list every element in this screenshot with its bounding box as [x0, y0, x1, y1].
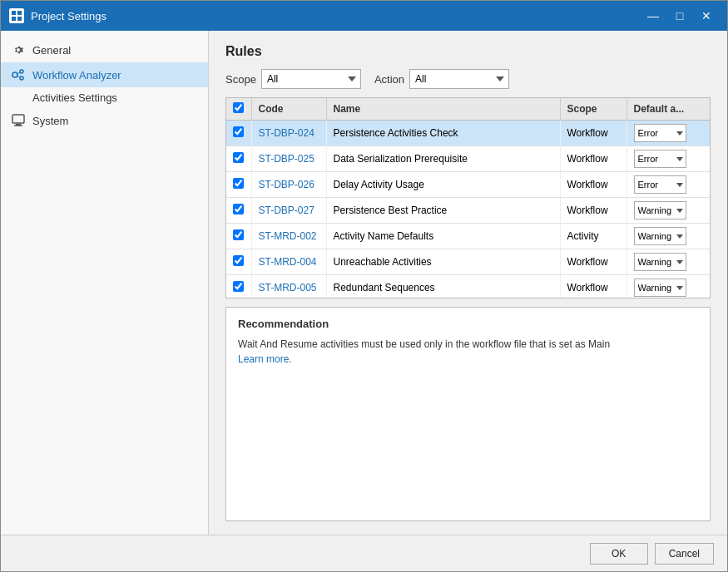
- rules-table-body: ST-DBP-024Persistence Activities CheckWo…: [226, 121, 710, 298]
- row-action-cell: ErrorWarningInfo: [626, 172, 710, 198]
- row-action-select[interactable]: ErrorWarningInfo: [634, 227, 686, 245]
- table-row: ST-MRD-004Unreachable ActivitiesWorkflow…: [226, 249, 710, 275]
- window-title: Project Settings: [31, 10, 641, 22]
- header-checkbox-cell: [226, 98, 251, 121]
- svg-point-5: [20, 70, 23, 73]
- row-action-cell: ErrorWarningInfo: [626, 224, 710, 249]
- row-action-select[interactable]: ErrorWarningInfo: [634, 279, 686, 297]
- row-name: Activity Name Defaults: [326, 224, 560, 249]
- row-scope: Workflow: [560, 121, 626, 146]
- action-label: Action: [374, 73, 404, 86]
- row-checkbox[interactable]: [233, 152, 244, 163]
- close-button[interactable]: ✕: [694, 6, 719, 26]
- row-code[interactable]: ST-DBP-027: [251, 198, 326, 224]
- row-scope: Workflow: [560, 275, 626, 298]
- svg-rect-3: [17, 17, 22, 21]
- row-action-cell: ErrorWarningInfo: [626, 275, 710, 298]
- row-checkbox[interactable]: [233, 204, 244, 214]
- sidebar-item-general[interactable]: General: [1, 37, 208, 62]
- row-name: Unreachable Activities: [326, 249, 560, 275]
- row-code[interactable]: ST-MRD-002: [251, 224, 326, 249]
- row-code[interactable]: ST-MRD-005: [251, 275, 326, 298]
- row-scope: Workflow: [560, 198, 626, 224]
- table-row: ST-DBP-025Data Serialization Prerequisit…: [226, 146, 710, 172]
- title-bar: Project Settings — □ ✕: [1, 1, 727, 31]
- row-checkbox[interactable]: [233, 281, 244, 292]
- row-checkbox-cell: [226, 146, 251, 172]
- content-area: Rules Scope All Workflow Activity Action…: [209, 31, 727, 535]
- table-header-row: Code Name Scope Default a...: [226, 98, 710, 121]
- project-settings-window: Project Settings — □ ✕ General: [0, 0, 728, 572]
- cancel-button[interactable]: Cancel: [655, 543, 714, 565]
- action-select[interactable]: All Error Warning Info: [409, 69, 509, 89]
- row-code[interactable]: ST-DBP-026: [251, 172, 326, 198]
- system-icon: [11, 113, 26, 128]
- row-code[interactable]: ST-DBP-024: [251, 121, 326, 146]
- row-action-select[interactable]: ErrorWarningInfo: [634, 175, 686, 194]
- svg-point-6: [20, 76, 23, 80]
- row-name: Delay Activity Usage: [326, 172, 560, 198]
- svg-point-4: [12, 72, 17, 77]
- recommendation-link[interactable]: Learn more.: [238, 353, 292, 365]
- row-checkbox-cell: [226, 172, 251, 198]
- ok-button[interactable]: OK: [590, 543, 648, 565]
- row-scope: Workflow: [560, 249, 626, 275]
- sidebar: General Workflow Analyzer Activities: [1, 31, 209, 535]
- row-action-select[interactable]: ErrorWarningInfo: [634, 253, 686, 271]
- row-action-cell: ErrorWarningInfo: [626, 249, 710, 275]
- sidebar-item-activities-settings[interactable]: Activities Settings: [1, 87, 208, 108]
- row-action-select[interactable]: ErrorWarningInfo: [634, 150, 686, 168]
- header-checkbox[interactable]: [233, 102, 244, 113]
- row-checkbox[interactable]: [233, 255, 244, 266]
- row-checkbox-cell: [226, 121, 251, 146]
- workflow-icon: [11, 67, 26, 82]
- action-filter-group: Action All Error Warning Info: [374, 69, 509, 89]
- row-code[interactable]: ST-DBP-025: [251, 146, 326, 172]
- header-code: Code: [251, 98, 326, 121]
- scope-filter-group: Scope All Workflow Activity: [225, 69, 361, 89]
- gear-icon: [11, 42, 26, 57]
- row-scope: Workflow: [560, 172, 626, 198]
- recommendation-body: Wait And Resume activities must be used …: [238, 338, 610, 350]
- recommendation-box: Recommendation Wait And Resume activitie…: [225, 307, 711, 521]
- sidebar-system-label: System: [32, 115, 68, 127]
- scope-select[interactable]: All Workflow Activity: [261, 69, 361, 89]
- row-checkbox-cell: [226, 198, 251, 224]
- row-checkbox-cell: [226, 275, 251, 298]
- table-row: ST-DBP-024Persistence Activities CheckWo…: [226, 121, 710, 146]
- row-action-cell: ErrorWarningInfo: [626, 121, 710, 146]
- minimize-button[interactable]: —: [641, 6, 666, 26]
- row-name: Redundant Sequences: [326, 275, 560, 298]
- table-row: ST-DBP-026Delay Activity UsageWorkflowEr…: [226, 172, 710, 198]
- header-scope: Scope: [560, 98, 626, 121]
- app-icon: [9, 8, 24, 23]
- svg-rect-9: [12, 115, 24, 123]
- sidebar-activities-label: Activities Settings: [32, 91, 117, 104]
- row-action-select[interactable]: ErrorWarningInfo: [634, 124, 686, 142]
- row-scope: Workflow: [560, 146, 626, 172]
- row-checkbox[interactable]: [233, 126, 244, 137]
- row-name: Data Serialization Prerequisite: [326, 146, 560, 172]
- rules-table-scroll[interactable]: Code Name Scope Default a... ST-DBP-024P…: [226, 98, 710, 298]
- svg-line-7: [17, 72, 20, 74]
- row-checkbox[interactable]: [233, 229, 244, 240]
- row-action-cell: ErrorWarningInfo: [626, 146, 710, 172]
- row-name: Persistence Activities Check: [326, 121, 560, 146]
- row-scope: Activity: [560, 224, 626, 249]
- row-name: Persistence Best Practice: [326, 198, 560, 224]
- row-action-cell: ErrorWarningInfo: [626, 198, 710, 224]
- sidebar-item-system[interactable]: System: [1, 108, 208, 133]
- row-checkbox[interactable]: [233, 178, 244, 189]
- rules-table: Code Name Scope Default a... ST-DBP-024P…: [226, 98, 710, 298]
- svg-rect-0: [12, 11, 16, 15]
- row-code[interactable]: ST-MRD-004: [251, 249, 326, 275]
- window-controls: — □ ✕: [641, 6, 719, 26]
- sidebar-general-label: General: [32, 44, 71, 57]
- svg-line-8: [17, 76, 20, 77]
- maximize-button[interactable]: □: [667, 6, 692, 26]
- scope-label: Scope: [225, 73, 256, 86]
- bottom-bar: OK Cancel: [1, 535, 727, 571]
- sidebar-item-workflow-analyzer[interactable]: Workflow Analyzer: [1, 62, 208, 87]
- row-action-select[interactable]: ErrorWarningInfo: [634, 201, 686, 219]
- rules-table-wrapper: Code Name Scope Default a... ST-DBP-024P…: [225, 97, 711, 298]
